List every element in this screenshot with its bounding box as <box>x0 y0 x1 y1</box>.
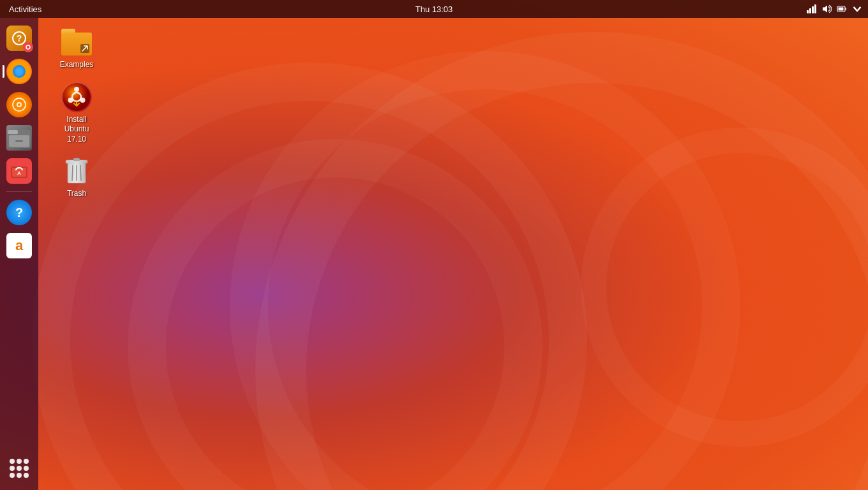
install-icon-svg <box>61 82 92 112</box>
dock-item-software[interactable]: A <box>4 156 34 186</box>
svg-point-24 <box>80 98 86 103</box>
install-ubuntu-label: Install Ubuntu 17.10 <box>54 115 100 145</box>
install-ubuntu-icon <box>61 82 92 112</box>
grid-icon <box>6 456 32 481</box>
desktop-icon-trash[interactable]: Trash <box>51 153 102 202</box>
grid-dot <box>17 459 22 464</box>
dock-bottom <box>4 453 34 484</box>
clock[interactable]: Thu 13:03 <box>415 4 453 14</box>
grid-dot <box>17 473 22 478</box>
svg-text:?: ? <box>17 33 22 43</box>
svg-rect-14 <box>8 130 18 134</box>
dock-separator <box>6 191 32 192</box>
trash-icon-img <box>61 156 92 186</box>
firefox-icon <box>6 59 32 84</box>
dock-item-help[interactable]: ? <box>4 197 34 228</box>
dock-item-rhythmbox[interactable] <box>4 89 34 120</box>
svg-rect-6 <box>846 8 847 10</box>
dock-item-firefox[interactable] <box>4 56 34 87</box>
grid-dot <box>17 466 22 471</box>
examples-label: Examples <box>60 60 94 70</box>
desktop-icon-install-ubuntu[interactable]: Install Ubuntu 17.10 <box>51 79 102 147</box>
grid-dot <box>10 466 15 471</box>
shortcut-arrow-icon <box>80 44 89 53</box>
tray-dropdown-icon[interactable] <box>851 3 863 15</box>
battery-icon[interactable] <box>836 3 848 15</box>
svg-point-12 <box>18 103 20 106</box>
grid-dots <box>10 459 29 478</box>
activities-button[interactable]: Activities <box>5 0 45 18</box>
dock-item-amazon[interactable]: a <box>4 230 34 261</box>
grid-dot <box>24 459 29 464</box>
dock-item-install-src[interactable]: ? <box>4 23 34 54</box>
svg-rect-16 <box>15 140 23 142</box>
system-tray <box>805 3 863 15</box>
svg-rect-0 <box>807 10 809 13</box>
volume-icon[interactable] <box>821 3 832 15</box>
svg-rect-1 <box>809 8 811 13</box>
amazon-icon: a <box>6 233 32 258</box>
examples-icon-img <box>61 27 92 57</box>
software-icon: A <box>6 158 32 184</box>
trash-icon-svg <box>64 156 89 186</box>
svg-line-31 <box>80 165 81 181</box>
circle-decoration-3 <box>581 128 868 447</box>
desktop-icons: Examples <box>45 18 108 208</box>
grid-dot <box>10 473 15 478</box>
svg-rect-5 <box>839 8 844 11</box>
folder-icon <box>61 29 92 56</box>
rhythmbox-icon <box>6 92 32 117</box>
svg-text:A: A <box>17 170 21 176</box>
svg-rect-2 <box>812 6 814 13</box>
grid-dot <box>10 459 15 464</box>
top-panel: Activities Thu 13:03 <box>0 0 868 18</box>
circle-decoration-1 <box>230 51 740 490</box>
install-src-badge <box>23 42 33 52</box>
svg-rect-28 <box>73 158 80 161</box>
dock-item-files[interactable] <box>4 122 34 153</box>
dock-item-show-apps[interactable] <box>4 453 34 484</box>
dock: ? <box>0 18 38 490</box>
grid-dot <box>24 466 29 471</box>
circle-decoration-2 <box>128 139 542 490</box>
svg-line-29 <box>72 165 73 181</box>
files-icon <box>6 125 32 151</box>
help-icon: ? <box>6 200 32 225</box>
svg-rect-3 <box>814 4 816 13</box>
grid-dot <box>24 473 29 478</box>
network-icon[interactable] <box>805 3 817 15</box>
svg-point-23 <box>74 87 79 92</box>
desktop: Activities Thu 13:03 <box>0 0 868 490</box>
desktop-icon-examples[interactable]: Examples <box>51 24 102 73</box>
folder-body <box>61 33 92 56</box>
install-ubuntu-icon-img <box>61 82 92 112</box>
svg-point-25 <box>68 98 73 103</box>
trash-label: Trash <box>67 189 86 199</box>
svg-point-9 <box>26 45 30 49</box>
